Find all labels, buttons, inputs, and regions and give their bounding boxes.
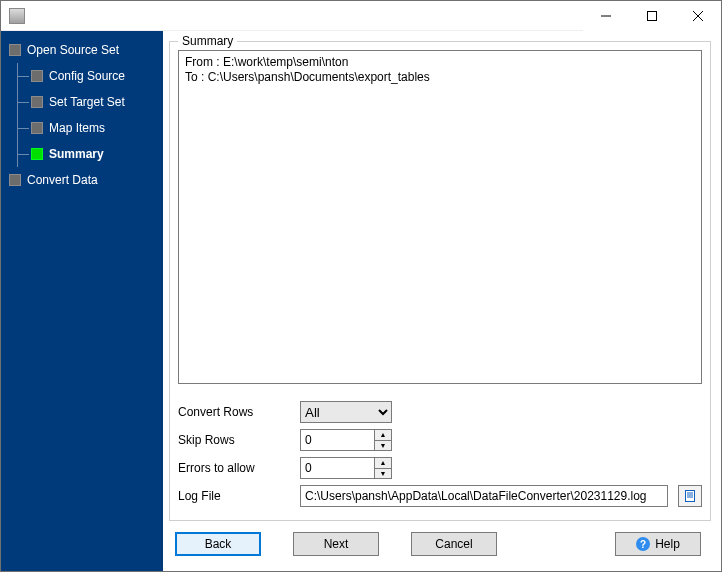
wizard-buttons: Back Next Cancel ? Help — [169, 521, 711, 567]
cancel-button[interactable]: Cancel — [411, 532, 497, 556]
sidebar-item-label: Summary — [49, 147, 104, 161]
sidebar-item-summary[interactable]: Summary — [1, 141, 163, 167]
close-button[interactable] — [675, 1, 721, 31]
next-button[interactable]: Next — [293, 532, 379, 556]
dialog-window: Open Source Set Config Source Set Target… — [0, 0, 722, 572]
group-title: Summary — [178, 34, 237, 48]
spinner-down-icon[interactable]: ▼ — [375, 441, 391, 451]
sidebar-item-config-source[interactable]: Config Source — [1, 63, 163, 89]
convert-rows-label: Convert Rows — [178, 405, 290, 419]
minimize-button[interactable] — [583, 1, 629, 31]
sidebar-item-label: Map Items — [49, 121, 105, 135]
svg-rect-4 — [686, 491, 695, 502]
main-panel: Summary From : E:\work\temp\semi\nton To… — [163, 31, 721, 571]
log-file-label: Log File — [178, 489, 290, 503]
sidebar-item-label: Config Source — [49, 69, 125, 83]
convert-rows-select[interactable]: All — [300, 401, 392, 423]
summary-group: Summary From : E:\work\temp\semi\nton To… — [169, 41, 711, 521]
sidebar-item-map-items[interactable]: Map Items — [1, 115, 163, 141]
summary-textarea[interactable]: From : E:\work\temp\semi\nton To : C:\Us… — [178, 50, 702, 384]
errors-allow-spinner[interactable]: ▲ ▼ — [300, 457, 392, 479]
app-icon — [9, 8, 25, 24]
errors-allow-input[interactable] — [301, 458, 374, 478]
maximize-button[interactable] — [629, 1, 675, 31]
step-box-icon — [31, 96, 43, 108]
step-box-icon — [9, 174, 21, 186]
skip-rows-label: Skip Rows — [178, 433, 290, 447]
skip-rows-spinner[interactable]: ▲ ▼ — [300, 429, 392, 451]
back-button[interactable]: Back — [175, 532, 261, 556]
titlebar — [1, 1, 721, 31]
spinner-down-icon[interactable]: ▼ — [375, 469, 391, 479]
help-icon: ? — [636, 537, 650, 551]
step-box-icon — [31, 70, 43, 82]
step-box-icon — [9, 44, 21, 56]
summary-to-line: To : C:\Users\pansh\Documents\export_tab… — [185, 70, 430, 84]
browse-log-button[interactable] — [678, 485, 702, 507]
document-icon — [683, 489, 697, 503]
sidebar-item-label: Open Source Set — [27, 43, 119, 57]
wizard-sidebar: Open Source Set Config Source Set Target… — [1, 31, 163, 571]
help-button[interactable]: ? Help — [615, 532, 701, 556]
step-box-icon — [31, 122, 43, 134]
step-box-active-icon — [31, 148, 43, 160]
spinner-up-icon[interactable]: ▲ — [375, 430, 391, 441]
sidebar-item-open-source-set[interactable]: Open Source Set — [1, 37, 163, 63]
summary-from-line: From : E:\work\temp\semi\nton — [185, 55, 348, 69]
sidebar-item-convert-data[interactable]: Convert Data — [1, 167, 163, 193]
sidebar-item-label: Convert Data — [27, 173, 98, 187]
sidebar-item-set-target-set[interactable]: Set Target Set — [1, 89, 163, 115]
sidebar-item-label: Set Target Set — [49, 95, 125, 109]
log-file-input[interactable] — [300, 485, 668, 507]
errors-allow-label: Errors to allow — [178, 461, 290, 475]
spinner-up-icon[interactable]: ▲ — [375, 458, 391, 469]
svg-rect-1 — [648, 11, 657, 20]
skip-rows-input[interactable] — [301, 430, 374, 450]
